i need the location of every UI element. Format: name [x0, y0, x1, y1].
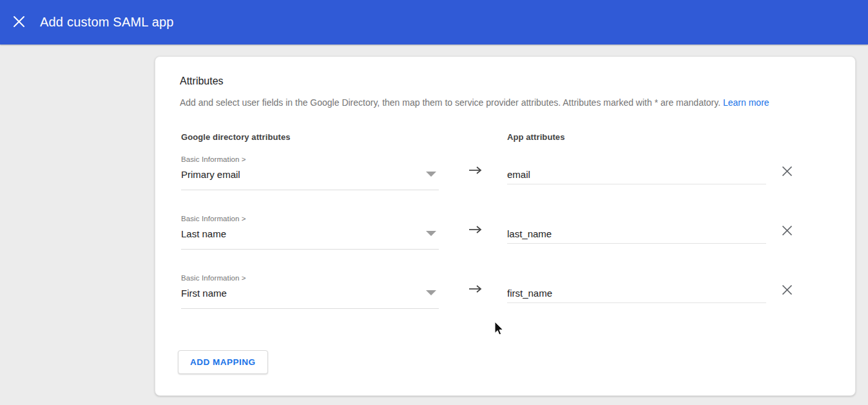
- directory-attribute-value: Last name: [181, 228, 226, 239]
- mapping-row: Basic Information > Primary email: [155, 152, 855, 211]
- add-mapping-button[interactable]: ADD MAPPING: [178, 350, 268, 374]
- directory-attribute-value: Primary email: [181, 169, 240, 180]
- arrow-right-icon: [468, 224, 483, 235]
- directory-attribute-select[interactable]: Basic Information > First name: [181, 273, 439, 309]
- delete-x-icon: [782, 166, 793, 179]
- dialog-title: Add custom SAML app: [40, 15, 174, 30]
- description-text: Add and select user fields in the Google…: [180, 97, 720, 108]
- remove-mapping-button[interactable]: [777, 163, 796, 182]
- arrow-right-icon: [468, 284, 483, 294]
- section-title: Attributes: [180, 75, 224, 87]
- section-description: Add and select user fields in the Google…: [180, 97, 769, 108]
- dialog-header: Add custom SAML app: [0, 0, 868, 44]
- app-attribute-field-wrap: [507, 152, 766, 184]
- remove-mapping-button[interactable]: [777, 281, 796, 301]
- app-attribute-input[interactable]: [507, 288, 766, 299]
- directory-attribute-value: First name: [181, 288, 227, 299]
- chevron-down-icon: [426, 172, 436, 177]
- attribute-category-label: Basic Information >: [181, 274, 246, 282]
- app-attribute-field-wrap: [507, 211, 766, 244]
- delete-x-icon: [782, 225, 793, 238]
- remove-mapping-button[interactable]: [777, 222, 796, 241]
- app-attribute-input[interactable]: [507, 228, 766, 239]
- app-attribute-field-wrap: [507, 270, 766, 303]
- chevron-down-icon: [426, 231, 436, 236]
- close-dialog-button[interactable]: [6, 10, 32, 35]
- column-header-app-attributes: App attributes: [507, 132, 565, 142]
- chevron-down-icon: [426, 290, 436, 295]
- app-attribute-input[interactable]: [507, 169, 766, 180]
- arrow-right-icon: [468, 165, 483, 175]
- delete-x-icon: [782, 284, 793, 297]
- learn-more-link[interactable]: Learn more: [723, 97, 769, 108]
- mapping-row: Basic Information > First name: [155, 270, 855, 330]
- attribute-category-label: Basic Information >: [181, 215, 246, 222]
- close-icon: [13, 15, 25, 30]
- attribute-category-label: Basic Information >: [181, 155, 246, 163]
- column-header-google-directory: Google directory attributes: [181, 132, 291, 142]
- mapping-row: Basic Information > Last name: [155, 211, 855, 270]
- attributes-card: Attributes Add and select user fields in…: [155, 56, 856, 396]
- mapping-rows: Basic Information > Primary email: [155, 152, 855, 330]
- directory-attribute-select[interactable]: Basic Information > Last name: [181, 213, 439, 250]
- directory-attribute-select[interactable]: Basic Information > Primary email: [181, 154, 439, 190]
